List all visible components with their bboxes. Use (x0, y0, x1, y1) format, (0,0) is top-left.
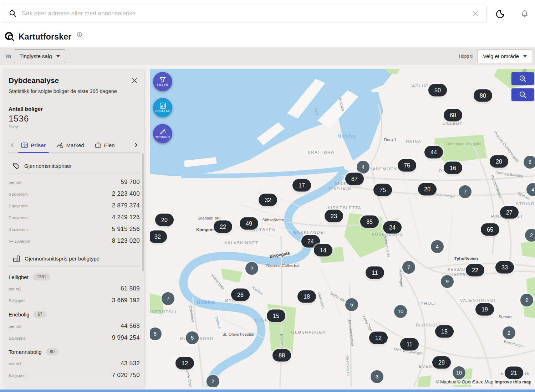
cluster-marker[interactable]: 18 (297, 290, 316, 303)
count-badge: 1381 (33, 273, 50, 280)
stat-value: 9 994 254 (112, 334, 140, 341)
housing-type-group: Leilighet 1381 per m2 61 509 Salgspris 3… (9, 273, 140, 304)
count-badge: 67 (34, 311, 46, 318)
cluster-marker[interactable]: 5 (345, 298, 358, 311)
housing-type-header: Rekkehus 25 (9, 386, 140, 387)
cluster-marker[interactable]: 75 (398, 159, 416, 172)
attribution-links[interactable]: © Mapbox © OpenStreetMap (435, 380, 493, 385)
cluster-marker[interactable]: 49 (240, 217, 258, 230)
stat-label: Salgspris (9, 373, 25, 378)
stat-value: 3 669 192 (112, 297, 140, 304)
cluster-marker[interactable]: 10 (394, 305, 407, 318)
cluster-marker[interactable]: 7 (459, 185, 472, 198)
cluster-marker[interactable]: 20 (418, 183, 437, 196)
cluster-marker[interactable]: 33 (495, 261, 514, 274)
map-canvas[interactable]: NidelvaBRATTØRAKanalenNEDREELVEHAVNJARLH… (150, 69, 535, 387)
cluster-marker[interactable]: 7 (162, 292, 174, 305)
cluster-marker[interactable]: 17 (292, 179, 311, 192)
cluster-marker[interactable]: 68 (444, 109, 462, 122)
type-section-title: Gjennomsnittspris per boligtype (25, 256, 100, 262)
panel-scrollbar[interactable] (142, 154, 144, 271)
cluster-marker[interactable]: 6 (524, 156, 535, 169)
cluster-marker[interactable]: 10 (453, 366, 465, 379)
cluster-marker[interactable]: 11 (400, 338, 419, 351)
cluster-marker[interactable]: 65 (481, 223, 499, 236)
cluster-marker[interactable]: 21 (505, 367, 523, 379)
page-title: Kartutforsker (19, 32, 71, 42)
cluster-marker[interactable]: 80 (474, 89, 492, 102)
analysis-panel: Dybdeanalyse Statistikk for solgte bolig… (3, 69, 144, 387)
cluster-marker[interactable]: 29 (432, 356, 451, 369)
cluster-marker[interactable]: 23 (325, 210, 343, 222)
cluster-marker[interactable]: 3 (371, 370, 383, 383)
cluster-marker[interactable]: 7 (402, 261, 415, 274)
cluster-marker[interactable]: 20 (155, 214, 174, 226)
tabs-scroll-left-icon[interactable] (9, 142, 16, 148)
tegning-button[interactable]: TEGNING (153, 124, 172, 143)
cluster-marker[interactable]: 16 (444, 162, 462, 174)
analyse-button-label: ANALYSE (155, 109, 170, 113)
housing-type-header: Leilighet 1381 (9, 273, 140, 280)
stat-label: 2 soverom (9, 216, 28, 220)
filter-button[interactable]: FILTER (153, 72, 172, 91)
cluster-marker[interactable]: 2 (520, 294, 533, 306)
zoom-out-button[interactable] (511, 88, 534, 101)
cluster-marker[interactable]: 9 (441, 275, 454, 288)
area-select-dropdown[interactable]: Velg et område (478, 50, 532, 63)
tab-eiendom[interactable]: Eien (95, 138, 115, 153)
bottom-edge-bar (0, 390, 535, 392)
stat-row: 2 soverom 4 249 126 (9, 214, 140, 221)
stat-label: 1 soverom (9, 204, 28, 208)
cluster-marker[interactable]: 11 (366, 267, 384, 279)
cluster-marker[interactable]: 85 (360, 216, 379, 228)
cluster-marker[interactable]: 2 (525, 229, 535, 242)
cluster-marker[interactable]: 22 (466, 264, 484, 277)
cluster-marker[interactable]: 24 (383, 221, 402, 234)
type-section-header: Gjennomsnittspris per boligtype (9, 255, 140, 267)
cluster-marker[interactable]: 2 (207, 375, 219, 387)
tab-priser-label: Priser (31, 142, 46, 148)
clear-search-icon[interactable] (470, 9, 480, 19)
stat-row: per m2 59 700 (9, 179, 140, 186)
dark-mode-moon-icon[interactable] (494, 8, 506, 20)
cluster-marker[interactable]: 2 (503, 326, 515, 339)
cluster-marker[interactable]: 4 (431, 240, 444, 253)
info-icon[interactable] (77, 32, 82, 38)
cluster-marker[interactable]: 15 (267, 310, 285, 322)
cluster-marker[interactable]: 50 (428, 84, 447, 97)
cluster-marker[interactable]: 19 (475, 303, 494, 316)
cluster-marker[interactable]: 20 (490, 155, 508, 168)
housing-type-header: Tomannsbolig 60 (9, 348, 140, 355)
vis-label: Vis (5, 54, 11, 59)
chevron-down-icon (523, 55, 527, 57)
cluster-marker[interactable]: 32 (150, 231, 167, 243)
cluster-marker[interactable]: 27 (500, 206, 519, 219)
improve-map-link[interactable]: Improve this map (495, 380, 532, 385)
cluster-marker[interactable]: 4 (357, 161, 370, 174)
cluster-marker[interactable]: 22 (214, 221, 232, 233)
notifications-bell-icon[interactable] (519, 8, 530, 20)
cluster-marker[interactable]: 75 (373, 184, 392, 196)
zoom-out-magnifier-icon (519, 91, 527, 99)
zoom-in-button[interactable] (511, 72, 534, 85)
tab-marked[interactable]: Marked (57, 138, 84, 153)
cluster-marker[interactable]: 87 (345, 173, 364, 185)
cluster-marker[interactable]: 14 (314, 244, 332, 257)
close-panel-icon[interactable] (130, 76, 139, 85)
analyse-button[interactable]: ANALYSE (153, 98, 172, 117)
cluster-marker[interactable]: 12 (369, 332, 388, 344)
search-input[interactable] (21, 10, 470, 17)
cluster-marker[interactable]: 12 (175, 357, 194, 370)
cluster-marker[interactable]: 26 (231, 289, 250, 301)
cluster-marker[interactable]: 5 (186, 331, 199, 344)
cluster-marker[interactable]: 15 (435, 325, 454, 338)
cluster-marker[interactable]: 32 (259, 194, 277, 206)
cluster-marker[interactable]: 88 (272, 349, 291, 362)
draw-pen-icon (159, 129, 166, 135)
sale-type-dropdown[interactable]: Tinglyste salg (14, 50, 65, 63)
cluster-marker[interactable]: 44 (424, 146, 443, 159)
tab-priser[interactable]: $ Priser (21, 138, 46, 153)
tabs-scroll-right-icon[interactable] (132, 142, 140, 148)
cluster-marker[interactable]: 2 (245, 262, 258, 275)
stat-value: 61 509 (121, 285, 140, 292)
